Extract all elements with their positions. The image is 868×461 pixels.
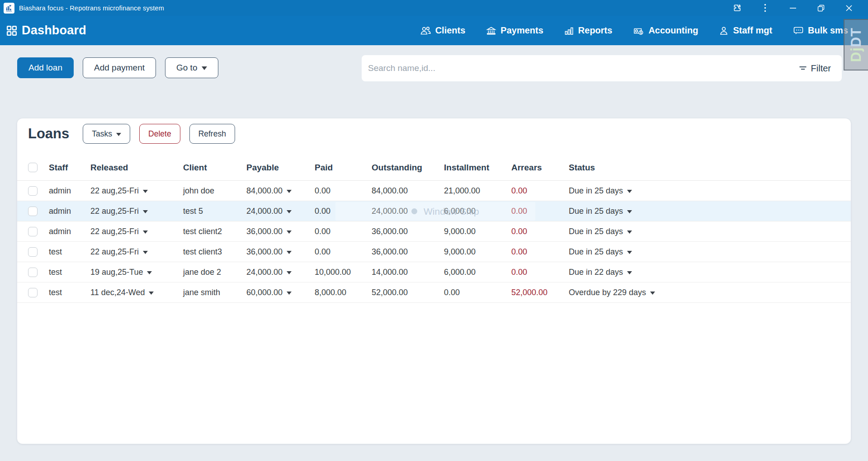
status-dropdown[interactable]: Due in 25 days [569,247,851,257]
cell-installment: 21,000.00 [444,186,511,196]
cell-outstanding: 36,000.00 [372,227,444,236]
nav-item-accounting[interactable]: $ Accounting [633,25,698,36]
cell-installment: 6,000.00 [444,268,511,277]
window-titlebar: Biashara focus - Repotrans microfinance … [0,0,868,16]
released-dropdown[interactable]: 22 aug,25-Fri [90,186,183,196]
djdt-handle-label: DjDT [848,28,864,62]
payable-dropdown[interactable]: 24,000.00 [246,207,315,216]
status-dropdown[interactable]: Overdue by 229 days [569,288,851,297]
loans-panel: Loans Tasks Delete Refresh Staff Release… [17,118,851,444]
column-header-staff: Staff [49,163,90,173]
add-payment-button[interactable]: Add payment [83,57,156,78]
caret-down-icon [627,251,632,254]
nav-item-bulk-sms[interactable]: Bulk sms [793,25,848,36]
caret-down-icon [627,271,632,274]
caret-down-icon [627,190,632,193]
released-dropdown[interactable]: 22 aug,25-Fri [90,207,183,216]
nav-item-reports[interactable]: Reports [564,25,613,36]
search-input[interactable] [368,63,798,73]
payable-dropdown[interactable]: 24,000.00 [246,268,315,277]
payable-dropdown[interactable]: 84,000.00 [246,186,315,196]
row-checkbox[interactable] [28,247,38,257]
nav-brand-dashboard[interactable]: Dashboard [6,24,86,38]
minimize-button[interactable] [788,4,797,13]
status-dropdown[interactable]: Due in 25 days [569,207,851,216]
nav-item-staff-mgt[interactable]: Staff mgt [719,25,772,36]
cell-outstanding: 14,000.00 [372,268,444,277]
cell-paid: 0.00 [315,247,372,257]
loans-table-body: admin 22 aug,25-Fri john doe 84,000.00 0… [17,181,851,303]
main-navbar: Dashboard Clients [0,16,868,45]
released-dropdown[interactable]: 11 dec,24-Wed [90,288,183,297]
cell-arrears: 52,000.00 [511,288,569,297]
caret-down-icon [287,292,292,295]
row-checkbox[interactable] [28,207,38,216]
status-dropdown[interactable]: Due in 25 days [569,227,851,236]
filter-button[interactable]: Filter [798,63,831,74]
nav-item-payments[interactable]: Payments [486,25,543,36]
status-dropdown[interactable]: Due in 25 days [569,186,851,196]
caret-down-icon [627,230,632,234]
column-header-client: Client [183,163,246,173]
restore-button[interactable] [816,4,826,13]
status-dropdown[interactable]: Due in 22 days [569,268,851,277]
caret-down-icon [143,230,148,234]
refresh-button[interactable]: Refresh [189,124,235,144]
goto-dropdown-button[interactable]: Go to [165,57,218,78]
menu-kebab-icon[interactable] [760,4,769,13]
column-header-status: Status [569,163,851,173]
delete-button[interactable]: Delete [139,124,180,144]
cell-outstanding: 52,000.00 [372,288,444,297]
caret-down-icon [149,292,154,295]
extensions-icon[interactable] [732,4,741,13]
cell-arrears: 0.00 [511,268,569,277]
column-header-paid: Paid [315,163,372,173]
tasks-dropdown-button[interactable]: Tasks [83,124,130,144]
cell-staff: test [49,247,90,257]
cell-arrears: 0.00 [511,227,569,236]
cell-paid: 0.00 [315,186,372,196]
released-dropdown[interactable]: 22 aug,25-Fri [90,247,183,257]
cell-staff: admin [49,207,90,216]
column-header-payable: Payable [246,163,315,173]
nav-item-label: Staff mgt [733,25,772,36]
cell-client: john doe [183,186,246,196]
close-button[interactable] [844,4,854,13]
nav-item-label: Bulk sms [808,25,848,36]
row-checkbox[interactable] [28,268,38,277]
nav-item-label: Reports [578,25,613,36]
actions-toolbar: Add loan Add payment Go to [17,57,218,78]
cell-client: test client2 [183,227,246,236]
cell-staff: admin [49,227,90,236]
cell-arrears: 0.00 [511,247,569,257]
cell-arrears: 0.00 [511,186,569,196]
column-header-released: Released [90,163,183,173]
released-dropdown[interactable]: 22 aug,25-Fri [90,227,183,236]
select-all-checkbox[interactable] [28,163,38,172]
caret-down-icon [287,251,292,254]
cell-staff: test [49,288,90,297]
cell-paid: 8,000.00 [315,288,372,297]
cell-installment: 9,000.00 [444,247,511,257]
nav-item-clients[interactable]: Clients [420,25,466,36]
cell-staff: test [49,268,90,277]
window-title: Biashara focus - Repotrans microfinance … [19,5,164,12]
row-checkbox[interactable] [28,186,38,196]
released-dropdown[interactable]: 19 aug,25-Tue [90,268,183,277]
payable-dropdown[interactable]: 60,000.00 [246,288,315,297]
row-checkbox[interactable] [28,288,38,297]
add-loan-button[interactable]: Add loan [17,57,74,78]
bank-icon [486,26,496,36]
row-checkbox[interactable] [28,227,38,236]
cell-outstanding: 84,000.00 [372,186,444,196]
column-header-outstanding: Outstanding [372,163,444,173]
loans-table-header: Staff Released Client Payable Paid Outst… [17,155,851,181]
loans-panel-header: Loans Tasks Delete Refresh [17,118,851,144]
caret-down-icon [116,133,121,136]
payable-dropdown[interactable]: 36,000.00 [246,247,315,257]
django-debug-toolbar-handle[interactable]: DjDT [844,19,868,71]
payable-dropdown[interactable]: 36,000.00 [246,227,315,236]
cell-paid: 0.00 [315,207,372,216]
people-icon [420,26,431,36]
loan-table-row: test 11 dec,24-Wed jane smith 60,000.00 … [17,282,851,303]
